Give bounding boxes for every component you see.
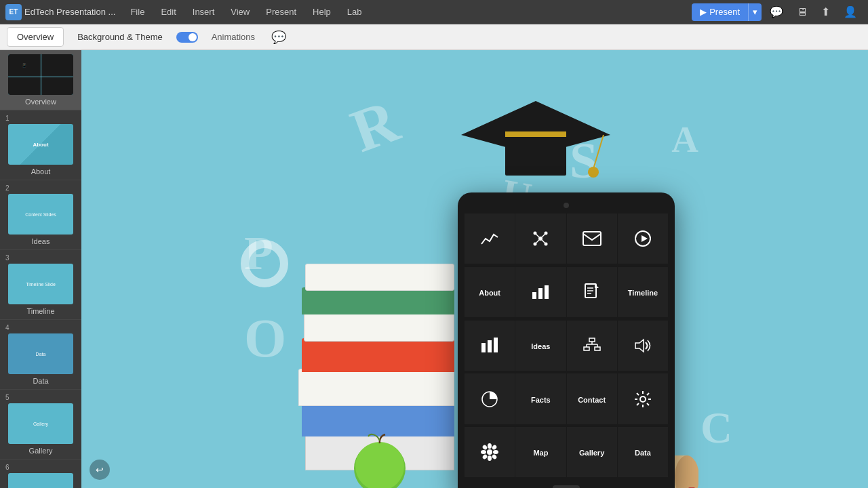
svg-point-32	[640, 396, 646, 402]
back-arrow-icon: ↩	[96, 464, 104, 475]
tablet-cell-bar2[interactable]	[465, 321, 515, 371]
comment-topbar-icon[interactable]: 💬	[764, 3, 789, 21]
tablet-cell-bar[interactable]	[515, 267, 566, 317]
overview-thumbnail: 📱	[8, 54, 73, 95]
slide-1-thumb: About	[8, 124, 73, 165]
svg-point-35	[488, 455, 492, 461]
sidebar-item-timeline[interactable]: 3 Timeline Slide Timeline	[0, 250, 81, 320]
sidebar-item-map[interactable]: 6 Map Map	[0, 460, 81, 488]
slide-3-thumb: Timeline Slide	[8, 264, 73, 304]
tablet-cell-chart[interactable]	[465, 214, 515, 264]
play-icon: ▶	[700, 7, 707, 17]
slide-5-label: Gallery	[29, 447, 53, 455]
thumb-cell-3	[8, 77, 41, 95]
bg-letter-top-right: A	[671, 118, 698, 161]
bg-letter-o: O	[244, 308, 286, 369]
slide-num-5: 5	[5, 394, 9, 401]
comment-toolbar-icon[interactable]: 💬	[269, 27, 289, 47]
slide-1-thumb-text: About	[33, 142, 48, 148]
book-3	[298, 369, 454, 406]
menu-lab[interactable]: Lab	[340, 4, 369, 20]
bar-chart2-icon	[480, 338, 499, 354]
tablet-cell-flower[interactable]	[465, 427, 515, 477]
sidebar-item-data[interactable]: 4 Data Data	[0, 320, 81, 390]
slide-num-2: 2	[5, 184, 9, 192]
menu-view[interactable]: View	[224, 4, 256, 20]
present-dropdown-arrow[interactable]: ▾	[748, 3, 762, 21]
slide-5-thumb: Gallery	[8, 403, 73, 444]
svg-rect-14	[545, 285, 549, 299]
tablet-camera	[564, 203, 569, 208]
svg-point-36	[481, 450, 486, 454]
network-icon	[531, 229, 550, 248]
speaker-icon	[634, 338, 652, 353]
tassel-string	[593, 135, 604, 169]
slide-5-thumb-text: Gallery	[33, 422, 48, 426]
present-button[interactable]: ▶ Present ▾	[692, 3, 762, 21]
tab-animations[interactable]: Animations	[202, 28, 264, 46]
tablet-cell-map[interactable]: Map	[515, 427, 566, 477]
tablet-cell-pie[interactable]	[465, 373, 515, 424]
tablet-cell-about[interactable]: About	[465, 267, 515, 317]
overview-label: Overview	[25, 98, 56, 106]
tablet-facts-label: Facts	[531, 396, 551, 404]
tablet-cell-network[interactable]	[515, 214, 566, 264]
menu-edit[interactable]: Edit	[154, 4, 182, 20]
menu-present[interactable]: Present	[259, 4, 303, 20]
tablet-cell-ideas[interactable]: Ideas	[515, 321, 566, 371]
user-icon[interactable]: 👤	[838, 3, 863, 21]
document-icon	[585, 283, 599, 301]
share-icon[interactable]: ⬆	[816, 3, 835, 21]
bg-letter-c: C	[701, 403, 732, 453]
tab-overview[interactable]: Overview	[7, 27, 64, 47]
sidebar-item-overview[interactable]: 📱 Overview	[0, 50, 81, 110]
tablet-cell-gallery[interactable]: Gallery	[567, 427, 617, 477]
tablet-cell-data[interactable]: Data	[618, 427, 668, 477]
canvas-back-button[interactable]: ↩	[90, 460, 110, 480]
toolbar: Overview Background & Theme Animations 💬	[0, 24, 868, 50]
play-btn-icon	[635, 230, 651, 247]
tablet-cell-doc[interactable]	[567, 267, 617, 317]
tablet-cell-facts[interactable]: Facts	[515, 373, 566, 424]
svg-line-7	[535, 239, 540, 244]
bg-letter-r: R	[342, 85, 407, 166]
svg-point-41	[492, 454, 498, 460]
tablet-cell-speaker[interactable]	[618, 321, 668, 371]
sidebar-item-gallery[interactable]: 5 Gallery Gallery	[0, 390, 81, 460]
tablet-cell-gear[interactable]	[618, 373, 668, 424]
menu-help[interactable]: Help	[306, 4, 338, 20]
tablet-cell-orgchart[interactable]	[567, 321, 617, 371]
sidebar-item-about[interactable]: 1 About About	[0, 110, 81, 180]
tablet-about-label: About	[479, 289, 500, 297]
decorative-ring	[241, 240, 288, 287]
tablet-cell-contact[interactable]: Contact	[567, 373, 617, 424]
sidebar-item-ideas[interactable]: 2 Content Slides Ideas	[0, 180, 81, 250]
slide-4-thumb-text: Data	[36, 352, 46, 357]
svg-point-37	[493, 450, 498, 454]
book-6-green	[302, 287, 454, 314]
menu-insert[interactable]: Insert	[186, 4, 222, 20]
tablet-cell-play[interactable]	[618, 214, 668, 264]
thumb-cell-2	[41, 54, 74, 77]
tablet-map-label: Map	[533, 449, 548, 457]
slide-num-1: 1	[5, 115, 9, 122]
gear-icon	[634, 390, 652, 408]
animations-toggle[interactable]	[176, 32, 198, 43]
main-area: 📱 Overview 1 About About 2 Content Slide…	[0, 50, 868, 488]
canvas-area[interactable]: R S P U O C F A	[81, 50, 868, 488]
slide-2-thumb-text: Content Slides	[25, 212, 56, 217]
tablet-cell-timeline[interactable]: Timeline	[618, 267, 668, 317]
svg-point-38	[482, 445, 488, 451]
tab-bg-theme[interactable]: Background & Theme	[68, 28, 172, 46]
app-logo: ET	[5, 4, 22, 20]
thumb-cell-1: 📱	[8, 54, 41, 77]
apple-leaf	[368, 434, 380, 441]
tablet-home-button[interactable]	[553, 485, 580, 488]
chart-line-icon	[480, 230, 499, 247]
tablet-cell-mail[interactable]	[567, 214, 617, 264]
screen-icon[interactable]: 🖥	[791, 3, 813, 21]
menu-file[interactable]: File	[123, 4, 151, 20]
grad-cap-svg	[461, 87, 610, 196]
tablet-gallery-label: Gallery	[579, 449, 604, 457]
book-stack	[298, 186, 461, 470]
